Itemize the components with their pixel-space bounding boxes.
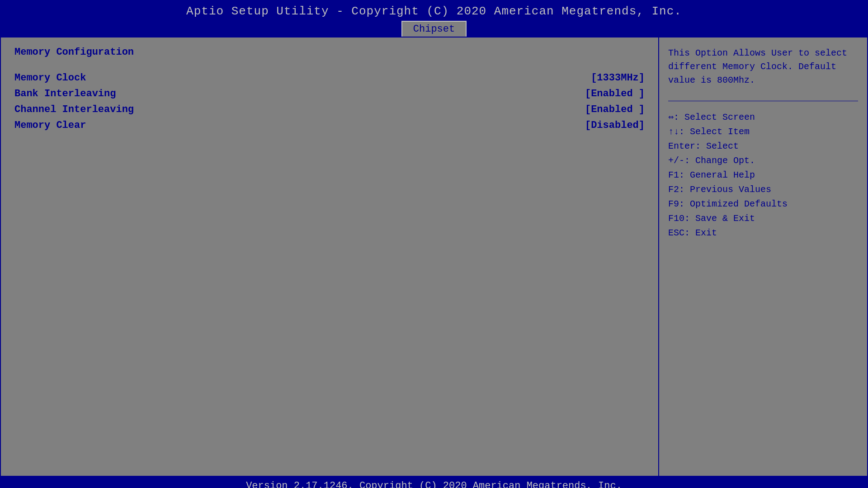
config-row[interactable]: Memory Clear[Disabled] [14,119,645,132]
shortcut-row: F1: General Help [668,168,858,183]
left-panel: Memory Configuration Memory Clock[1333MH… [1,38,659,476]
help-text: This Option Allows User to select differ… [668,47,858,87]
tab-chipset[interactable]: Chipset [401,21,467,37]
footer-text: Version 2.17.1246. Copyright (C) 2020 Am… [246,480,622,488]
shortcut-row: F2: Previous Values [668,183,858,197]
config-label: Memory Clock [14,72,86,84]
header-bar: Aptio Setup Utility - Copyright (C) 2020… [0,0,868,37]
shortcut-row: ⇔: Select Screen [668,110,858,125]
shortcut-row: F9: Optimized Defaults [668,197,858,211]
config-value: [1333MHz] [591,72,645,84]
config-value: [Enabled ] [585,88,645,99]
config-label: Channel Interleaving [14,104,134,115]
config-row[interactable]: Memory Clock[1333MHz] [14,71,645,84]
config-label: Memory Clear [14,120,86,131]
config-label: Bank Interleaving [14,88,116,99]
shortcut-row: Enter: Select [668,139,858,154]
footer-bar: Version 2.17.1246. Copyright (C) 2020 Am… [0,477,868,488]
main-content: Memory Configuration Memory Clock[1333MH… [0,37,868,477]
divider [668,101,858,101]
config-row[interactable]: Channel Interleaving[Enabled ] [14,103,645,116]
config-value: [Enabled ] [585,104,645,115]
shortcut-row: ↑↓: Select Item [668,125,858,139]
config-row[interactable]: Bank Interleaving[Enabled ] [14,87,645,100]
config-value: [Disabled] [585,120,645,131]
section-title: Memory Configuration [14,47,645,58]
header-title: Aptio Setup Utility - Copyright (C) 2020… [0,5,868,21]
tab-bar: Chipset [0,21,868,37]
right-panel: This Option Allows User to select differ… [659,38,867,476]
shortcut-row: +/-: Change Opt. [668,154,858,168]
shortcut-row: F10: Save & Exit [668,211,858,226]
shortcuts: ⇔: Select Screen↑↓: Select ItemEnter: Se… [668,110,858,240]
config-table: Memory Clock[1333MHz]Bank Interleaving[E… [14,71,645,132]
shortcut-row: ESC: Exit [668,226,858,240]
